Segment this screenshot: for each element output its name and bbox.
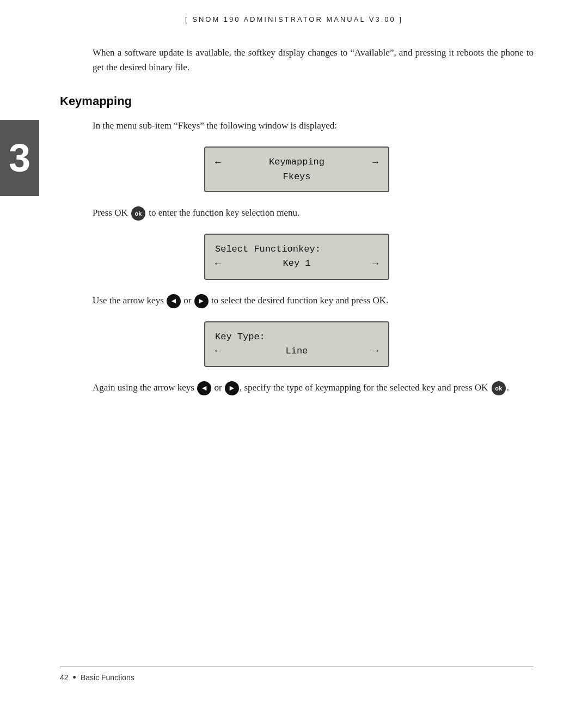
content-area: When a software update is available, the… (0, 34, 588, 441)
footer-section: Basic Functions (81, 673, 134, 682)
chapter-tab: 3 (0, 120, 39, 196)
ok-button-1: ok (131, 206, 145, 221)
lcd-display-2: Select Functionkey: ← Key 1 → (204, 234, 389, 280)
lcd1-row2: Fkeys (215, 170, 378, 184)
intro-paragraph: When a software update is available, the… (60, 45, 534, 75)
or2-text: or (214, 382, 222, 393)
nav-btn-right-1: ► (194, 294, 209, 308)
lcd2-arrow-right: → (372, 257, 378, 271)
again-text-before: Again using the arrow keys (93, 382, 197, 393)
lcd2-row2: ← Key 1 → (215, 257, 378, 271)
lcd2-row1: Select Functionkey: (215, 242, 378, 257)
lcd1-line2: Fkeys (215, 170, 378, 184)
lcd1-line1-center: Keymapping (223, 155, 370, 169)
chapter-number: 3 (9, 138, 30, 178)
arrow-text-before: Use the arrow keys (93, 295, 166, 306)
lcd2-arrow-left: ← (215, 257, 221, 271)
page-container: 3 [ snom 190 Administrator Manual V3.00 … (0, 0, 588, 702)
lcd-display-3: Key Type: ← Line → (204, 321, 389, 368)
lcd2-line2-center: Key 1 (223, 257, 370, 271)
lcd3-row1: Key Type: (215, 330, 378, 344)
again-paragraph: Again using the arrow keys ◄ or ►, speci… (60, 380, 534, 395)
arrow-keys-paragraph: Use the arrow keys ◄ or ► to select the … (60, 293, 534, 308)
lcd3-line1: Key Type: (215, 330, 265, 344)
or1-text: or (183, 295, 191, 306)
again-text-after: , specify the type of keymapping for the… (240, 382, 491, 393)
lcd3-arrow-left: ← (215, 344, 221, 358)
press-ok-text-after: to enter the function key selection menu… (146, 207, 299, 218)
footer-bullet: • (73, 673, 76, 682)
header-text: [ snom 190 Administrator Manual V3.00 ] (185, 15, 403, 23)
press-ok-paragraph: Press OK ok to enter the function key se… (60, 205, 534, 221)
lcd3-line2-center: Line (223, 344, 370, 358)
page-header: [ snom 190 Administrator Manual V3.00 ] (0, 0, 588, 34)
arrow-text-after: to select the desired function key and p… (209, 295, 389, 306)
ok-button-2: ok (492, 381, 506, 395)
page-footer: 42 • Basic Functions (60, 667, 534, 682)
lcd3-arrow-right: → (372, 344, 378, 358)
lcd2-line1: Select Functionkey: (215, 242, 321, 257)
footer-page-number: 42 (60, 673, 69, 682)
footer-content: 42 • Basic Functions (60, 673, 534, 682)
lcd1-arrow-left: ← (215, 155, 221, 170)
keymapping-heading: Keymapping (60, 94, 534, 108)
nav-btn-right-2: ► (225, 381, 239, 395)
lcd1-row1: ← Keymapping → (215, 155, 378, 170)
nav-btn-left-1: ◄ (167, 294, 181, 308)
press-ok-text-before: Press OK (93, 207, 130, 218)
lcd1-arrow-right: → (372, 155, 378, 170)
nav-btn-left-2: ◄ (197, 381, 211, 395)
again-period: . (507, 382, 509, 393)
keymapping-paragraph1: In the menu sub-item “Fkeys” the followi… (60, 118, 534, 133)
lcd3-row2: ← Line → (215, 344, 378, 358)
lcd-display-1: ← Keymapping → Fkeys (204, 146, 389, 193)
